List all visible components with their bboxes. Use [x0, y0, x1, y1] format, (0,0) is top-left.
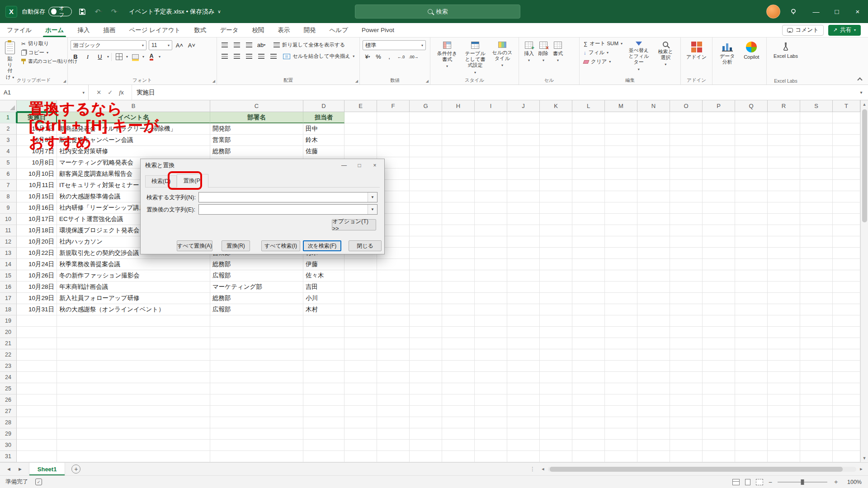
- dialog-minimize-icon[interactable]: —: [336, 159, 352, 172]
- cell-Q24[interactable]: [735, 372, 768, 383]
- sheet-nav-left-icon[interactable]: ◄: [6, 466, 11, 472]
- column-header-E[interactable]: E: [344, 100, 377, 112]
- cell-P12[interactable]: [703, 236, 735, 248]
- column-header-Q[interactable]: Q: [735, 100, 768, 112]
- cell-A16[interactable]: 10月28日: [17, 282, 57, 293]
- cell-O28[interactable]: [670, 417, 703, 428]
- column-header-J[interactable]: J: [507, 100, 540, 112]
- cell-Q14[interactable]: [735, 259, 768, 270]
- cell-B29[interactable]: [57, 428, 210, 440]
- cell-C2[interactable]: 開発部: [210, 123, 303, 135]
- column-header-O[interactable]: O: [670, 100, 703, 112]
- cell-P2[interactable]: [703, 123, 735, 135]
- cell-P13[interactable]: [703, 248, 735, 259]
- row-header-11[interactable]: 11: [0, 225, 17, 236]
- cell-Q16[interactable]: [735, 282, 768, 293]
- cell-G22[interactable]: [410, 349, 442, 361]
- row-header-29[interactable]: 29: [0, 428, 17, 440]
- cell-P20[interactable]: [703, 327, 735, 338]
- cell-C22[interactable]: [210, 349, 303, 361]
- ribbon-tab-ホーム[interactable]: ホーム: [38, 23, 71, 37]
- scroll-up-icon[interactable]: ▲: [861, 100, 868, 108]
- cell-J22[interactable]: [507, 349, 540, 361]
- cell-J3[interactable]: [507, 135, 540, 146]
- cell-A24[interactable]: [17, 372, 57, 383]
- cancel-entry-icon[interactable]: ✕: [96, 89, 101, 96]
- cell-C23[interactable]: [210, 361, 303, 372]
- cell-G14[interactable]: [410, 259, 442, 270]
- cell-L2[interactable]: [572, 123, 605, 135]
- cell-Q29[interactable]: [735, 428, 768, 440]
- cell-T5[interactable]: [833, 157, 860, 169]
- cell-J6[interactable]: [507, 169, 540, 180]
- cell-G24[interactable]: [410, 372, 442, 383]
- cell-B19[interactable]: [57, 315, 210, 327]
- cell-E17[interactable]: [344, 293, 377, 304]
- cell-L21[interactable]: [572, 338, 605, 349]
- cell-N20[interactable]: [637, 327, 670, 338]
- cell-D18[interactable]: 木村: [303, 304, 344, 315]
- cell-T7[interactable]: [833, 180, 860, 191]
- copilot-button[interactable]: Copilot: [740, 39, 764, 66]
- cell-H26[interactable]: [442, 394, 475, 406]
- cell-Q15[interactable]: [735, 270, 768, 282]
- replace-with-input[interactable]: ▼: [198, 204, 377, 215]
- cell-B18[interactable]: 秋の大感謝祭（オンラインイベント）: [57, 304, 210, 315]
- cell-K19[interactable]: [540, 315, 572, 327]
- cell-E1[interactable]: [344, 112, 377, 123]
- cell-Q11[interactable]: [735, 225, 768, 236]
- cell-H24[interactable]: [442, 372, 475, 383]
- confirm-entry-icon[interactable]: ✓: [108, 89, 113, 96]
- cell-J15[interactable]: [507, 270, 540, 282]
- autosave-control[interactable]: 自動保存 オフ: [22, 7, 72, 16]
- cell-H21[interactable]: [442, 338, 475, 349]
- lightbulb-icon[interactable]: [787, 5, 800, 19]
- cell-P27[interactable]: [703, 406, 735, 417]
- cell-N3[interactable]: [637, 135, 670, 146]
- cell-O29[interactable]: [670, 428, 703, 440]
- wrap-text-button[interactable]: 折り返して全体を表示する: [272, 41, 347, 49]
- underline-dropdown-icon[interactable]: ▾: [107, 55, 109, 59]
- row-header-25[interactable]: 25: [0, 383, 17, 394]
- cell-A21[interactable]: [17, 338, 57, 349]
- cell-L23[interactable]: [572, 361, 605, 372]
- comma-icon[interactable]: ,: [384, 52, 394, 61]
- cell-C3[interactable]: 営業部: [210, 135, 303, 146]
- cell-M1[interactable]: [605, 112, 637, 123]
- fill-color-icon[interactable]: [130, 52, 140, 61]
- cell-H19[interactable]: [442, 315, 475, 327]
- cell-G6[interactable]: [410, 169, 442, 180]
- cell-T27[interactable]: [833, 406, 860, 417]
- cell-R2[interactable]: [768, 123, 800, 135]
- dialog-button-5[interactable]: 閉じる: [349, 240, 382, 251]
- cell-E4[interactable]: [344, 146, 377, 157]
- cell-M23[interactable]: [605, 361, 637, 372]
- cell-N12[interactable]: [637, 236, 670, 248]
- row-header-17[interactable]: 17: [0, 293, 17, 304]
- close-button[interactable]: ×: [847, 0, 868, 23]
- cell-O4[interactable]: [670, 146, 703, 157]
- cell-H3[interactable]: [442, 135, 475, 146]
- cell-S5[interactable]: [800, 157, 833, 169]
- delete-cells-button[interactable]: 削除▾: [536, 39, 551, 64]
- cell-S9[interactable]: [800, 202, 833, 214]
- vertical-scroll-thumb[interactable]: [862, 109, 867, 222]
- cell-O18[interactable]: [670, 304, 703, 315]
- align-bottom-icon[interactable]: [244, 40, 254, 50]
- cell-Q22[interactable]: [735, 349, 768, 361]
- cell-S4[interactable]: [800, 146, 833, 157]
- cell-B28[interactable]: [57, 417, 210, 428]
- cell-M2[interactable]: [605, 123, 637, 135]
- cell-K12[interactable]: [540, 236, 572, 248]
- cell-T2[interactable]: [833, 123, 860, 135]
- cell-J11[interactable]: [507, 225, 540, 236]
- cell-C26[interactable]: [210, 394, 303, 406]
- cell-D21[interactable]: [303, 338, 344, 349]
- cell-B31[interactable]: [57, 451, 210, 462]
- dialog-button-4[interactable]: 次を検索(F): [303, 240, 341, 251]
- cell-L18[interactable]: [572, 304, 605, 315]
- cell-K5[interactable]: [540, 157, 572, 169]
- cell-O22[interactable]: [670, 349, 703, 361]
- font-family-select[interactable]: 游ゴシック▾: [71, 40, 146, 50]
- borders-icon[interactable]: [114, 52, 124, 61]
